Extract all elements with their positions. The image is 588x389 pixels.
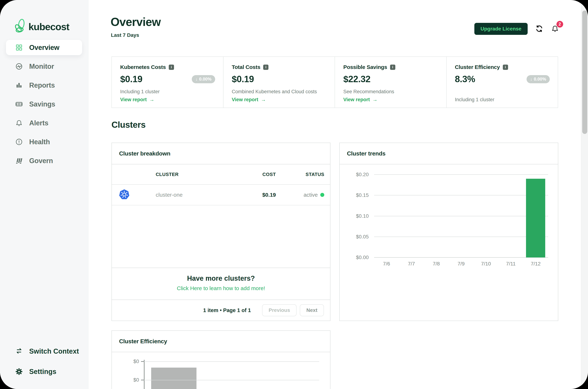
sidebar-item-settings[interactable]: Settings — [6, 364, 82, 379]
delta-badge: ↓0.00% — [527, 75, 550, 83]
delta-badge: ↓0.00% — [192, 75, 215, 83]
efficiency-chart: $0$0 — [112, 353, 330, 389]
efficiency-bar — [151, 368, 196, 389]
axis-tick — [141, 361, 144, 362]
column-header-status: STATUS — [306, 172, 324, 177]
panel-title: Cluster Efficiency — [119, 338, 167, 345]
arrow-right-icon: → — [261, 97, 266, 102]
stat-card-value: $22.32 — [343, 74, 370, 84]
trend-bar — [526, 179, 545, 258]
trends-x-axis: 7/67/77/87/97/107/117/12 — [374, 261, 548, 267]
x-tick-label: 7/12 — [523, 261, 548, 267]
x-tick-label: 7/10 — [474, 261, 499, 267]
stat-card-cluster-efficiency: Cluster Efficiency i 8.3% ↓0.00% Includi… — [447, 57, 558, 108]
sidebar-item-health[interactable]: Health — [6, 134, 82, 150]
notifications-button[interactable]: 2 — [551, 25, 559, 33]
cluster-cost-cell: $0.19 — [262, 192, 276, 198]
table-row[interactable]: cluster-one $0.19 active — [112, 185, 330, 205]
stat-card-total-costs: Total Costs i $0.19 Combined Kubernetes … — [224, 57, 335, 108]
arrow-right-icon: → — [372, 97, 378, 102]
gridline — [144, 361, 319, 362]
info-icon[interactable]: i — [503, 65, 508, 70]
sidebar-item-switch-context[interactable]: Switch Context — [6, 344, 82, 359]
x-tick-label: 7/6 — [374, 261, 399, 267]
add-clusters-link[interactable]: Click Here to learn how to add more! — [112, 285, 330, 292]
sidebar-item-label: Savings — [29, 100, 55, 108]
y-tick-label: $0.20 — [356, 172, 369, 177]
x-tick-label: 7/9 — [448, 261, 474, 267]
down-arrow-icon: ↓ — [530, 77, 532, 82]
gridline — [144, 380, 319, 380]
arrow-right-icon: → — [149, 97, 154, 102]
column-header-cost: COST — [262, 172, 276, 177]
prompt-title: Have more clusters? — [112, 275, 330, 282]
sidebar-item-savings[interactable]: Savings — [6, 97, 82, 112]
y-tick-label: $0.15 — [356, 192, 369, 198]
y-tick-label: $0.05 — [356, 234, 369, 240]
stat-card-title: Cluster Efficiency — [455, 64, 500, 70]
switch-arrows-icon — [15, 347, 23, 355]
stat-card-title: Possible Savings — [343, 64, 387, 70]
trends-plot — [374, 175, 548, 258]
money-icon — [15, 100, 23, 108]
gear-icon — [15, 368, 23, 376]
alert-circle-icon — [15, 138, 23, 146]
active-status-dot — [320, 193, 324, 197]
brand-name: kubecost — [28, 21, 69, 32]
pagination-summary: 1 item • Page 1 of 1 — [203, 307, 251, 313]
sidebar-item-label: Switch Context — [29, 348, 79, 355]
monitor-icon — [15, 63, 23, 70]
sidebar-item-govern[interactable]: Govern — [6, 153, 82, 168]
sidebar-item-label: Settings — [29, 368, 56, 376]
sidebar-nav: Overview Monitor Reports — [0, 40, 88, 172]
sidebar-item-label: Health — [29, 138, 50, 146]
cluster-trends-panel: Cluster trends $0.20$0.15$0.10$0.05$0.00… — [339, 143, 558, 321]
gridline — [374, 174, 548, 175]
panel-title: Cluster trends — [347, 150, 386, 157]
view-report-link[interactable]: View report→ — [232, 97, 327, 102]
sidebar-item-monitor[interactable]: Monitor — [6, 59, 82, 74]
sidebar-item-overview[interactable]: Overview — [6, 40, 82, 55]
scrollbar-track[interactable] — [581, 0, 588, 389]
scrollbar-thumb[interactable] — [582, 10, 587, 134]
info-icon[interactable]: i — [263, 65, 268, 70]
cluster-name-cell: cluster-one — [156, 192, 183, 198]
sidebar-item-label: Govern — [29, 157, 53, 165]
info-icon[interactable]: i — [390, 65, 395, 70]
stat-card-kubernetes-costs: Kubernetes Costs i $0.19 ↓0.00% Includin… — [112, 57, 224, 108]
upgrade-license-button[interactable]: Upgrade License — [474, 23, 528, 35]
refresh-button[interactable] — [535, 24, 544, 33]
view-report-link[interactable]: View report→ — [120, 97, 215, 102]
previous-page-button[interactable]: Previous — [262, 304, 297, 316]
stat-card-title: Kubernetes Costs — [120, 64, 166, 70]
sidebar-item-label: Alerts — [29, 119, 48, 127]
view-report-link[interactable]: View report→ — [343, 97, 438, 102]
sidebar-item-reports[interactable]: Reports — [6, 78, 82, 93]
table-header-row: CLUSTER COST STATUS — [112, 164, 330, 185]
stat-card-subtext: Combined Kubernetes and Cloud costs — [232, 89, 327, 95]
bell-icon — [15, 119, 23, 127]
stat-card-possible-savings: Possible Savings i $22.32 See Recommenda… — [335, 57, 447, 108]
panel-title: Cluster breakdown — [119, 150, 170, 157]
page-title: Overview — [111, 15, 161, 29]
stat-card-value: 8.3% — [455, 74, 475, 84]
kubecost-logo-icon — [14, 18, 26, 35]
gridline — [374, 216, 548, 216]
info-icon[interactable]: i — [169, 65, 174, 70]
pagination-bar: 1 item • Page 1 of 1 Previous Next — [112, 299, 330, 321]
stat-card-value: $0.19 — [232, 74, 254, 84]
trends-y-axis: $0.20$0.15$0.10$0.05$0.00 — [340, 175, 369, 258]
kubecost-logo[interactable]: kubecost — [14, 18, 69, 35]
y-tick-label: $0 — [112, 377, 139, 383]
y-tick-label: $0.00 — [356, 255, 369, 260]
sidebar-item-alerts[interactable]: Alerts — [6, 115, 82, 131]
next-page-button[interactable]: Next — [300, 304, 324, 316]
notification-count-badge: 2 — [557, 21, 563, 28]
refresh-icon — [535, 24, 544, 33]
sidebar: kubecost Overview Mo — [0, 0, 88, 389]
cluster-status-cell: active — [304, 192, 324, 198]
flags-icon — [15, 157, 23, 165]
cluster-efficiency-panel: Cluster Efficiency $0$0 — [112, 330, 331, 389]
kubernetes-icon — [119, 190, 129, 200]
header-actions: Upgrade License 2 — [474, 23, 559, 35]
